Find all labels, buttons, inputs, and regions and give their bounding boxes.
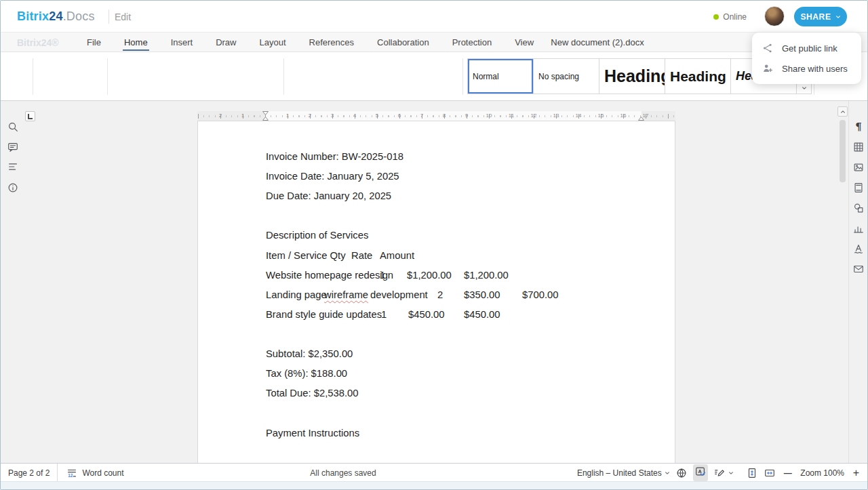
comments-icon[interactable] xyxy=(7,141,19,153)
document-text: Landing page xyxy=(266,289,327,300)
menu-item-get-public-link[interactable]: Get public link xyxy=(752,38,861,58)
text-art-icon[interactable] xyxy=(852,243,865,255)
ruler-number: 7 xyxy=(419,113,425,119)
zoom-in-button[interactable]: + xyxy=(850,467,862,479)
app-window: Bitrix24.Docs Edit Online SHARE Bitrix24… xyxy=(0,0,868,490)
horizontal-ruler[interactable]: 2 1 1 2 3 4 5 6 7 8 9 10 xyxy=(197,111,675,121)
document-title[interactable]: New document (2).docx xyxy=(551,37,644,47)
document-text: Due Date: January 20, 2025 xyxy=(266,190,391,201)
ruler-number: 2 xyxy=(218,113,223,119)
spell-check-icon xyxy=(694,466,707,478)
tab-collaboration[interactable]: Collaboration xyxy=(366,33,441,52)
vertical-scrollbar[interactable] xyxy=(840,120,846,182)
zoom-out-button[interactable]: — xyxy=(781,468,795,478)
ruler-number: 11 xyxy=(507,113,515,119)
document-text: 1 xyxy=(380,270,385,281)
document-text: Invoice Date: January 5, 2025 xyxy=(266,171,399,182)
ruler-number: 3 xyxy=(330,113,335,119)
mail-merge-icon[interactable] xyxy=(852,263,865,275)
share-link-icon xyxy=(762,42,774,54)
menu-item-label: Share with users xyxy=(782,64,848,74)
track-changes-button[interactable] xyxy=(713,467,734,479)
bitrix24-docs-logo: Bitrix24.Docs xyxy=(17,9,95,24)
word-count-label: Word count xyxy=(82,468,123,478)
document-text: Invoice Number: BW-2025-018 xyxy=(266,151,403,162)
header-footer-icon[interactable] xyxy=(852,182,865,194)
ruler-number: 9 xyxy=(464,113,469,119)
ruler-number: 10 xyxy=(485,113,494,119)
document-text: 1 xyxy=(381,309,387,320)
document-text: 2 xyxy=(437,289,443,300)
tab-references[interactable]: References xyxy=(298,33,366,52)
toolbar-divider xyxy=(283,58,284,95)
bitrix24-watermark: Bitrix24® xyxy=(17,37,59,48)
topbar-divider xyxy=(108,9,109,24)
style-label: Heading 1 xyxy=(604,66,665,86)
ruler-number: 6 xyxy=(397,113,402,119)
document-text: $350.00 xyxy=(464,289,500,300)
left-tab-stop-icon xyxy=(28,114,33,119)
document-text: Rate xyxy=(351,250,372,261)
toolbar-divider xyxy=(107,58,108,95)
first-line-indent-marker[interactable] xyxy=(262,111,269,115)
document-text: $450.00 xyxy=(408,309,445,320)
toolbar-divider xyxy=(462,58,463,95)
style-normal[interactable]: Normal xyxy=(468,59,534,94)
tab-file[interactable]: File xyxy=(75,33,113,52)
ruler-number: 17 xyxy=(642,113,650,119)
paragraph-settings-icon[interactable]: ¶ xyxy=(852,121,865,133)
style-heading-1[interactable]: Heading 1 xyxy=(599,59,665,94)
tab-draw[interactable]: Draw xyxy=(204,33,248,52)
toolbar: Arial 11 A A Aa B I U S A xyxy=(1,52,867,101)
scroll-up-button[interactable] xyxy=(837,106,848,117)
toolbar-divider xyxy=(33,58,33,95)
tab-stop-selector[interactable] xyxy=(25,111,35,121)
image-settings-icon[interactable] xyxy=(852,161,865,173)
style-heading-2[interactable]: Heading 2 xyxy=(665,59,731,94)
tab-home[interactable]: Home xyxy=(113,33,159,52)
word-count-button[interactable]: Word count xyxy=(58,467,132,479)
style-no-spacing[interactable]: No spacing xyxy=(534,59,599,94)
tab-insert[interactable]: Insert xyxy=(159,33,205,52)
document-page[interactable]: Invoice Number: BW-2025-018 Invoice Date… xyxy=(197,121,675,463)
ruler-number: 1 xyxy=(285,113,290,119)
fit-width-icon[interactable] xyxy=(764,467,776,479)
tab-protection[interactable]: Protection xyxy=(441,33,504,52)
document-text: $700.00 xyxy=(522,289,559,300)
shape-settings-icon[interactable] xyxy=(852,202,865,214)
save-status: All changes saved xyxy=(310,464,376,482)
online-status: Online xyxy=(713,12,747,22)
about-icon[interactable] xyxy=(7,182,19,194)
ruler-number: 13 xyxy=(552,113,561,119)
fit-page-icon[interactable] xyxy=(746,467,758,479)
ruler-number: 8 xyxy=(441,113,447,119)
language-globe-icon[interactable] xyxy=(675,467,688,479)
tab-view[interactable]: View xyxy=(503,33,545,52)
chart-settings-icon[interactable] xyxy=(852,222,865,234)
document-text: Item / Service Qty xyxy=(266,250,346,261)
edit-menu[interactable]: Edit xyxy=(115,12,131,22)
share-users-icon xyxy=(762,62,774,75)
document-text: $450.00 xyxy=(464,309,500,320)
spell-check-toggle[interactable] xyxy=(693,464,708,481)
menu-item-share-with-users[interactable]: Share with users xyxy=(752,58,861,79)
word-count-icon xyxy=(66,467,78,479)
language-select[interactable]: English – United States xyxy=(577,468,670,478)
share-button-label: SHARE xyxy=(800,12,831,22)
track-changes-icon xyxy=(713,467,726,479)
document-text: $1,200.00 xyxy=(407,270,452,281)
style-label: No spacing xyxy=(538,72,579,81)
tab-layout[interactable]: Layout xyxy=(248,33,298,52)
zoom-level: Zoom 100% xyxy=(800,468,845,478)
ruler-number: 14 xyxy=(574,113,583,119)
avatar[interactable] xyxy=(764,6,785,26)
ruler-number: 5 xyxy=(374,113,380,119)
gallery-expand-button[interactable] xyxy=(797,83,811,94)
status-bar: Page 2 of 2 Word count All changes saved… xyxy=(1,463,867,481)
page-indicator[interactable]: Page 2 of 2 xyxy=(1,464,58,482)
table-settings-icon[interactable] xyxy=(852,141,865,153)
share-button[interactable]: SHARE xyxy=(794,7,847,26)
search-icon[interactable] xyxy=(7,121,19,133)
navigation-icon[interactable] xyxy=(7,161,19,173)
document-text: Payment Instructions xyxy=(266,428,359,438)
